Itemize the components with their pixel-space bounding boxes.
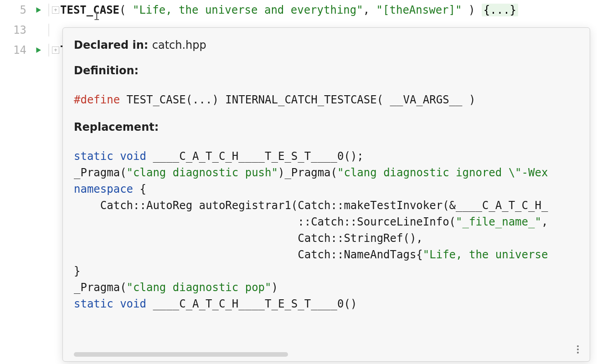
token-plain: } xyxy=(74,265,80,277)
token-type: static void xyxy=(74,150,146,163)
gutter: 14 xyxy=(0,44,49,56)
replacement-code: static void ____C_A_T_C_H____T_E_S_T____… xyxy=(74,148,579,312)
fold-expand-icon[interactable]: + xyxy=(52,46,59,54)
more-menu-icon[interactable] xyxy=(572,344,583,355)
run-icon[interactable] xyxy=(30,6,46,14)
token-brace: {...} xyxy=(482,4,518,16)
token-macro: TEST_CASE xyxy=(60,4,119,16)
code-row: ::Catch::SourceLineInfo("_file_name_", xyxy=(74,214,579,230)
run-icon[interactable] xyxy=(30,46,46,54)
token-plain: ____C_A_T_C_H____T_E_S_T____0(); xyxy=(146,150,364,163)
code-line[interactable]: 5+TEST_CASE( "Life, the universe and eve… xyxy=(0,0,597,20)
gutter: 13 xyxy=(0,24,49,36)
gutter: 5 xyxy=(0,4,49,16)
code-editor[interactable]: 5+TEST_CASE( "Life, the universe and eve… xyxy=(0,0,597,364)
token-plain: _Pragma( xyxy=(74,281,127,294)
token-string: "Life, the universe and everything" xyxy=(133,4,363,16)
code-row: static void ____C_A_T_C_H____T_E_S_T____… xyxy=(74,296,579,312)
token-plain: TEST_CASE(...) INTERNAL_CATCH_TESTCASE( … xyxy=(120,93,475,106)
token-plain: ____C_A_T_C_H____T_E_S_T____0() xyxy=(146,297,357,310)
token-string: "[theAnswer]" xyxy=(376,4,462,16)
code-row: Catch::AutoReg autoRegistrar1(Catch::mak… xyxy=(74,197,579,214)
token-plain: ) xyxy=(462,4,481,16)
code-row: Catch::StringRef(), xyxy=(74,230,579,246)
horizontal-scrollbar[interactable] xyxy=(74,352,288,357)
token-plain: Catch::StringRef(), xyxy=(74,232,423,245)
token-plain: ) xyxy=(271,281,278,294)
line-number: 14 xyxy=(8,44,26,56)
quick-doc-tooltip: Declared in: catch.hpp Definition: #defi… xyxy=(62,27,590,362)
code-content[interactable]: +TEST_CASE( "Life, the universe and ever… xyxy=(49,4,518,16)
fold-expand-icon[interactable]: + xyxy=(52,6,59,14)
token-plain: )_Pragma( xyxy=(278,166,337,179)
token-str: "clang diagnostic pop" xyxy=(127,281,272,294)
definition-code: #define TEST_CASE(...) INTERNAL_CATCH_TE… xyxy=(74,92,579,108)
code-row: Catch::NameAndTags{"Life, the universe xyxy=(74,246,579,263)
declared-in-value: catch.hpp xyxy=(152,39,206,51)
token-type: static void xyxy=(74,297,146,310)
token-str: "clang diagnostic ignored \"-Wex xyxy=(337,166,548,179)
token-plain: ::Catch::SourceLineInfo( xyxy=(74,215,456,228)
line-number: 13 xyxy=(8,24,26,36)
code-row: namespace { xyxy=(74,181,579,197)
token-plain: , xyxy=(363,4,376,16)
token-plain: { xyxy=(133,183,146,195)
replacement-label: Replacement: xyxy=(74,121,159,133)
token-str: "clang diagnostic push" xyxy=(127,166,278,179)
token-plain: Catch::NameAndTags{ xyxy=(74,248,423,261)
token-str: "Life, the universe xyxy=(423,248,548,261)
declared-in-label: Declared in: xyxy=(74,39,152,51)
line-number: 5 xyxy=(8,4,26,16)
token-plain: _Pragma( xyxy=(74,166,127,179)
token-str: "_file_name_" xyxy=(456,215,541,228)
token-plain: Catch::AutoReg autoRegistrar1(Catch::mak… xyxy=(74,199,548,212)
token-pre: #define xyxy=(74,93,120,106)
token-plain: ( xyxy=(119,4,133,16)
token-plain: , xyxy=(541,215,548,228)
token-type: namespace xyxy=(74,183,133,195)
code-row: static void ____C_A_T_C_H____T_E_S_T____… xyxy=(74,148,579,164)
code-row: } xyxy=(74,263,579,279)
code-row: _Pragma("clang diagnostic pop") xyxy=(74,279,579,296)
code-row: _Pragma("clang diagnostic push")_Pragma(… xyxy=(74,164,579,181)
definition-label: Definition: xyxy=(74,64,139,77)
